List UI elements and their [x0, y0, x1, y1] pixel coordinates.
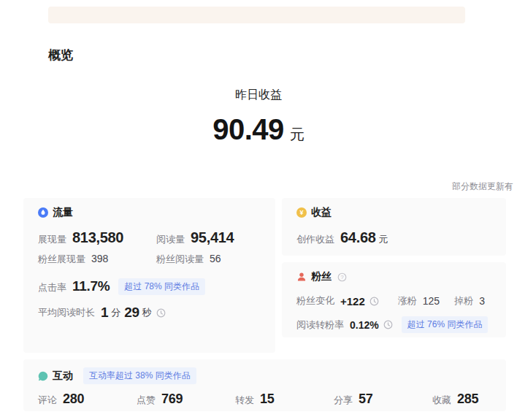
creation-earnings-value: 64.68	[340, 229, 376, 246]
read-to-fan-rate-badge: 超过 76% 同类作品	[402, 316, 489, 333]
stat-fan-reads: 粉丝阅读量 56	[156, 253, 221, 266]
stat-label: 点赞	[137, 394, 156, 407]
traffic-card-title: 流量	[53, 206, 73, 219]
yesterday-earnings-value-row: 90.49元	[0, 113, 517, 146]
banner-strip	[48, 7, 465, 23]
stat-reposts: 转发 15	[235, 392, 334, 407]
yesterday-earnings-unit: 元	[290, 126, 305, 142]
fans-card: 粉丝 ? 粉丝变化 +122 涨粉 125 掉粉 3 阅读转粉率 0.12% 超…	[282, 262, 506, 337]
interaction-card-title: 互动	[53, 370, 73, 383]
earnings-card-title: 收益	[311, 206, 332, 219]
stat-impressions: 展现量 813,580	[38, 229, 156, 246]
fan-change-row: 粉丝变化 +122 涨粉 125 掉粉 3	[296, 294, 491, 308]
read-to-fan-rate-value: 0.12%	[350, 319, 379, 331]
avg-read-time-sec-unit: 秒	[142, 306, 152, 319]
earnings-card: ¥ 收益 创作收益 64.68 元	[282, 198, 506, 256]
clock-icon[interactable]	[156, 308, 166, 318]
fan-change-value: +122	[340, 295, 365, 308]
stat-label: 展现量	[38, 233, 66, 246]
avg-read-time-row: 平均阅读时长 1 分 29 秒	[38, 305, 261, 321]
stat-value: 95,414	[191, 229, 234, 246]
fan-gain-label: 涨粉	[398, 294, 417, 308]
creation-earnings-row: 创作收益 64.68 元	[296, 229, 491, 246]
svg-text:?: ?	[340, 274, 343, 280]
stat-value: 813,580	[72, 229, 123, 246]
fan-loss-label: 掉粉	[454, 294, 473, 308]
stat-value: 56	[210, 253, 221, 264]
stat-value: 398	[91, 253, 108, 264]
avg-read-time-label: 平均阅读时长	[38, 306, 95, 319]
yesterday-earnings-value: 90.49	[212, 113, 284, 145]
stat-label: 粉丝展现量	[38, 253, 85, 266]
read-to-fan-rate-row: 阅读转粉率 0.12% 超过 76% 同类作品	[296, 316, 491, 333]
clock-icon[interactable]	[383, 320, 393, 329]
page-title: 概览	[48, 47, 73, 64]
stat-label: 阅读量	[156, 233, 185, 246]
water-drop-icon	[38, 207, 48, 218]
speech-bubble-icon	[38, 371, 48, 381]
yen-coin-icon: ¥	[296, 207, 307, 218]
svg-text:¥: ¥	[299, 209, 303, 216]
avg-read-time-sec: 29	[124, 305, 139, 321]
fan-gain-value: 125	[423, 295, 440, 307]
stat-likes: 点赞 769	[137, 392, 235, 407]
stat-value: 285	[457, 392, 478, 407]
stat-label: 粉丝阅读量	[156, 253, 204, 266]
interaction-card-header: 互动 互动率超过 38% 同类作品	[38, 367, 491, 384]
stat-label: 收藏	[432, 394, 451, 407]
avg-read-time-min: 1	[101, 305, 108, 321]
click-rate-value: 11.7%	[72, 278, 110, 294]
stat-value: 57	[359, 392, 372, 407]
stat-value: 280	[63, 392, 84, 407]
stat-reads: 阅读量 95,414	[156, 229, 234, 246]
creation-earnings-label: 创作收益	[296, 233, 334, 246]
interaction-card: 互动 互动率超过 38% 同类作品 评论 280 点赞 769 转发 15 分享…	[23, 359, 506, 411]
stat-value: 769	[161, 392, 183, 407]
stat-label: 转发	[235, 394, 254, 407]
yesterday-earnings-label: 昨日收益	[0, 88, 517, 103]
click-rate-label: 点击率	[38, 281, 66, 294]
stat-value: 15	[260, 392, 274, 407]
stat-label: 分享	[334, 394, 353, 407]
creation-earnings-unit: 元	[379, 233, 388, 246]
fan-loss-value: 3	[479, 295, 485, 307]
avg-read-time-min-unit: 分	[111, 306, 120, 319]
creator-overview-page: 概览 昨日收益 90.49元 部分数据更新有 流量 展现量 813,580 阅读…	[0, 0, 517, 420]
click-rate-badge: 超过 78% 同类作品	[118, 278, 205, 295]
traffic-primary-stats: 展现量 813,580 阅读量 95,414	[38, 229, 261, 246]
interaction-stats-row: 评论 280 点赞 769 转发 15 分享 57 收藏 285	[38, 392, 491, 407]
click-rate-row: 点击率 11.7% 超过 78% 同类作品	[38, 278, 261, 295]
traffic-card-header: 流量	[38, 206, 261, 219]
clock-icon[interactable]	[369, 297, 379, 306]
stat-favorites: 收藏 285	[432, 392, 478, 407]
stat-comments: 评论 280	[38, 392, 137, 407]
traffic-secondary-stats: 粉丝展现量 398 粉丝阅读量 56	[38, 253, 261, 266]
read-to-fan-rate-label: 阅读转粉率	[296, 318, 344, 332]
traffic-card: 流量 展现量 813,580 阅读量 95,414 粉丝展现量 398 粉丝阅读…	[23, 198, 275, 353]
yesterday-earnings-block: 昨日收益 90.49元	[0, 88, 517, 146]
interaction-rate-badge: 互动率超过 38% 同类作品	[83, 367, 196, 384]
person-icon	[296, 272, 307, 282]
stat-label: 评论	[38, 394, 57, 407]
fans-card-title: 粉丝	[311, 270, 332, 283]
stat-shares: 分享 57	[334, 392, 432, 407]
stat-fan-impressions: 粉丝展现量 398	[38, 253, 156, 266]
data-delay-notice: 部分数据更新有	[452, 180, 513, 193]
earnings-card-header: ¥ 收益	[296, 206, 491, 219]
fan-change-label: 粉丝变化	[296, 294, 334, 308]
fans-card-header: 粉丝 ?	[296, 270, 491, 283]
help-icon[interactable]: ?	[337, 272, 347, 282]
